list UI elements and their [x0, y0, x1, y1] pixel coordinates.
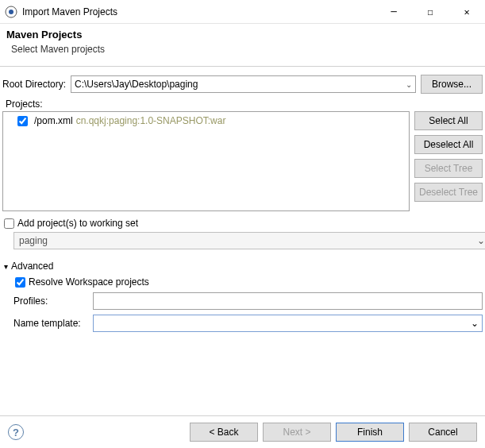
back-button[interactable]: < Back: [190, 423, 258, 442]
root-directory-label: Root Directory:: [2, 79, 66, 90]
chevron-down-icon: ⌄: [471, 318, 479, 329]
select-all-button[interactable]: Select All: [414, 111, 483, 130]
chevron-down-icon: ⌄: [477, 235, 485, 246]
page-subtitle: Select Maven projects: [11, 44, 479, 55]
window-controls: ─ ☐ ✕: [375, 0, 485, 24]
advanced-toggle[interactable]: ▾ Advanced: [4, 261, 483, 272]
svg-point-1: [9, 10, 13, 14]
wizard-header: Maven Projects Select Maven projects: [0, 24, 485, 66]
resolve-workspace-label: Resolve Workspace projects: [29, 276, 149, 288]
project-path: /pom.xml: [34, 115, 73, 126]
name-template-combo[interactable]: ⌄: [93, 315, 483, 332]
name-template-label: Name template:: [13, 318, 93, 329]
maximize-button[interactable]: ☐: [412, 0, 448, 24]
working-set-label: Add project(s) to working set: [17, 218, 138, 229]
working-set-value: paging: [19, 235, 48, 246]
minimize-button[interactable]: ─: [375, 0, 412, 24]
project-coordinates: cn.qqkj:paging:1.0-SNAPSHOT:war: [76, 115, 226, 126]
chevron-down-icon: ⌄: [406, 80, 412, 89]
tree-item[interactable]: /pom.xml cn.qqkj:paging:1.0-SNAPSHOT:war: [8, 115, 404, 126]
triangle-down-icon: ▾: [4, 262, 8, 271]
app-icon: [5, 6, 17, 18]
close-button[interactable]: ✕: [448, 0, 485, 24]
project-checkbox[interactable]: [17, 116, 28, 126]
root-directory-input[interactable]: C:\Users\Jay\Desktop\paging ⌄: [71, 75, 416, 93]
cancel-button[interactable]: Cancel: [409, 423, 477, 442]
help-icon[interactable]: ?: [8, 424, 24, 440]
window-title: Import Maven Projects: [22, 6, 375, 17]
wizard-footer: ? < Back Next > Finish Cancel: [0, 415, 485, 448]
profiles-label: Profiles:: [13, 295, 93, 307]
select-tree-button[interactable]: Select Tree: [414, 159, 483, 178]
deselect-all-button[interactable]: Deselect All: [414, 135, 483, 154]
next-button[interactable]: Next >: [263, 423, 331, 442]
advanced-label: Advanced: [11, 261, 53, 272]
browse-button[interactable]: Browse...: [421, 75, 483, 94]
profiles-input[interactable]: [93, 292, 483, 310]
working-set-checkbox[interactable]: [4, 218, 14, 229]
projects-tree[interactable]: /pom.xml cn.qqkj:paging:1.0-SNAPSHOT:war: [2, 111, 410, 211]
title-bar: Import Maven Projects ─ ☐ ✕: [0, 0, 485, 24]
working-set-select[interactable]: paging ⌄: [13, 232, 485, 249]
root-directory-value: C:\Users\Jay\Desktop\paging: [75, 79, 198, 90]
resolve-workspace-checkbox[interactable]: [15, 277, 25, 288]
deselect-tree-button[interactable]: Deselect Tree: [414, 183, 483, 202]
projects-label: Projects:: [6, 98, 483, 110]
page-title: Maven Projects: [6, 29, 479, 41]
finish-button[interactable]: Finish: [336, 423, 404, 442]
